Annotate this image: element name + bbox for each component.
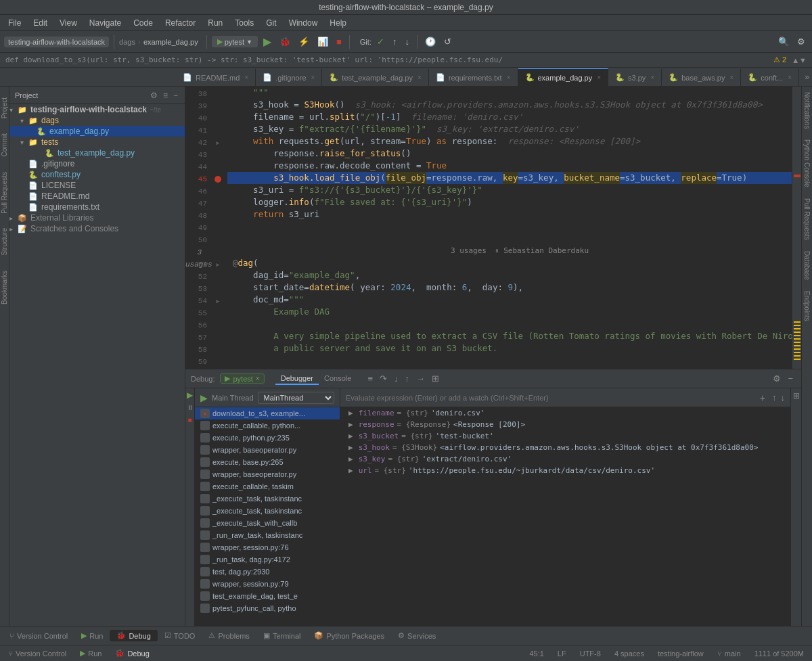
frame-8[interactable]: _execute_task, taskinstanc bbox=[195, 505, 340, 517]
var-s3-key-expand[interactable]: ▶ bbox=[348, 455, 353, 463]
tree-gitignore[interactable]: 📄 .gitignore bbox=[9, 158, 185, 169]
menu-window[interactable]: Window bbox=[284, 17, 323, 29]
tree-conftest[interactable]: 🐍 conftest.py bbox=[9, 169, 185, 180]
tab-base-aws-close[interactable]: × bbox=[729, 74, 734, 81]
stop-btn[interactable]: ■ bbox=[334, 35, 344, 49]
status-indent[interactable]: 4 spaces bbox=[612, 649, 647, 658]
expr-input[interactable] bbox=[346, 394, 756, 402]
search-btn[interactable]: 🔍 bbox=[775, 35, 792, 49]
dags-breadcrumb[interactable]: dags bbox=[119, 38, 135, 46]
tab-console[interactable]: Console bbox=[319, 373, 357, 385]
debug-resume-btn[interactable]: ≡ bbox=[365, 372, 376, 385]
debug-run-cursor-btn[interactable]: → bbox=[413, 372, 428, 385]
var-s3-hook[interactable]: ▶ s3_hook = {S3Hook} <airflow.providers.… bbox=[340, 442, 790, 453]
menu-tools[interactable]: Tools bbox=[229, 17, 259, 29]
panel-collapse-icon[interactable]: − bbox=[172, 90, 179, 101]
thread-select[interactable]: MainThread bbox=[258, 392, 334, 404]
debug-run-btn[interactable]: 🐞 bbox=[277, 35, 293, 49]
python-console-label[interactable]: Python Console bbox=[802, 134, 812, 193]
tab-requirements[interactable]: 📄 requirements.txt × bbox=[429, 68, 518, 86]
structure-icon[interactable]: Structure bbox=[0, 223, 9, 261]
project-panel-icon[interactable]: Project bbox=[0, 92, 9, 124]
commit-panel-icon[interactable]: Commit bbox=[0, 128, 9, 162]
var-s3-key[interactable]: ▶ s3_key = {str} 'extract/deniro.csv' bbox=[340, 453, 790, 465]
var-s3-hook-expand[interactable]: ▶ bbox=[348, 443, 353, 452]
status-branch[interactable]: ⑂ main bbox=[715, 649, 744, 658]
tab-readme[interactable]: 📄 README.md × bbox=[176, 68, 256, 86]
debug-stop-icon[interactable]: ■ bbox=[186, 415, 194, 424]
layout-icon[interactable]: ⊞ bbox=[790, 388, 802, 403]
menu-help[interactable]: Help bbox=[324, 17, 352, 29]
tab-example-close[interactable]: × bbox=[597, 74, 601, 81]
frame-2[interactable]: execute, python.py:235 bbox=[195, 432, 340, 444]
bottom-tab-packages[interactable]: 📦 Python Packages bbox=[307, 630, 391, 641]
bottom-tab-vcs[interactable]: ⑂ Version Control bbox=[3, 631, 74, 641]
frame-14[interactable]: wrapper, session.py:79 bbox=[195, 578, 340, 590]
run-config-btn[interactable]: ▶ pytest ▼ bbox=[212, 36, 258, 47]
menu-edit[interactable]: Edit bbox=[28, 17, 53, 29]
frame-15[interactable]: test_example_dag, test_e bbox=[195, 590, 340, 602]
debug-minimize-btn[interactable]: − bbox=[785, 372, 796, 385]
var-url-expand[interactable]: ▶ bbox=[348, 466, 353, 475]
pull-requests-icon[interactable]: Pull Requests bbox=[0, 166, 9, 219]
expr-arrow-down[interactable]: ↓ bbox=[781, 392, 786, 403]
var-filename-expand[interactable]: ▶ bbox=[348, 409, 353, 417]
debug-close-icon[interactable]: × bbox=[256, 375, 260, 382]
usages-count[interactable]: 3 usages bbox=[451, 245, 487, 257]
frame-0[interactable]: ● download_to_s3, example... bbox=[195, 407, 340, 419]
var-response[interactable]: ▶ response = {Response} <Response [200]> bbox=[340, 419, 790, 430]
fold-marker-42[interactable]: ▶ bbox=[216, 139, 219, 147]
debug-frames-btn[interactable]: ⊞ bbox=[429, 372, 442, 385]
tab-base-aws[interactable]: 🐍 base_aws.py × bbox=[662, 68, 741, 86]
menu-file[interactable]: File bbox=[3, 17, 26, 29]
frame-11[interactable]: wrapper, session.py:76 bbox=[195, 541, 340, 553]
frame-4[interactable]: execute, base.py:265 bbox=[195, 456, 340, 468]
notifications-label[interactable]: Notifications bbox=[802, 87, 812, 134]
tree-root[interactable]: ▾ 📁 testing-airflow-with-localstack ~/te bbox=[9, 104, 185, 115]
status-utf8[interactable]: UTF-8 bbox=[577, 649, 604, 658]
tab-more[interactable]: » bbox=[799, 72, 812, 82]
menu-refactor[interactable]: Refactor bbox=[160, 17, 201, 29]
status-run[interactable]: ▶ Run bbox=[77, 649, 104, 658]
pull-requests-label[interactable]: Pull Requests bbox=[802, 193, 812, 246]
tab-debugger[interactable]: Debugger bbox=[275, 373, 319, 385]
debug-settings-btn[interactable]: ⚙ bbox=[770, 372, 784, 385]
frame-12[interactable]: _run_task, dag.py:4172 bbox=[195, 553, 340, 566]
expr-arrow-up[interactable]: ↑ bbox=[772, 392, 777, 403]
status-cursor[interactable]: 45:1 bbox=[526, 649, 546, 658]
run-btn[interactable]: ▶ bbox=[261, 33, 274, 50]
frame-13[interactable]: test, dag.py:2930 bbox=[195, 566, 340, 578]
debug-run-badge[interactable]: ▶ pytest × bbox=[220, 373, 264, 384]
file-breadcrumb[interactable]: example_dag.py bbox=[143, 38, 198, 46]
frame-3[interactable]: wrapper, baseoperator.py bbox=[195, 444, 340, 456]
fold-marker-54[interactable]: ▶ bbox=[216, 298, 219, 305]
refresh-btn[interactable]: ↺ bbox=[441, 35, 454, 49]
tree-scratches[interactable]: ▸ 📝 Scratches and Consoles bbox=[9, 223, 185, 234]
database-label[interactable]: Database bbox=[802, 246, 812, 286]
menu-git[interactable]: Git bbox=[261, 17, 281, 29]
profile-btn[interactable]: 📊 bbox=[315, 35, 331, 49]
panel-gear-icon[interactable]: ⚙ bbox=[149, 90, 159, 101]
tab-readme-close[interactable]: × bbox=[244, 74, 248, 81]
coverage-btn[interactable]: ⚡ bbox=[296, 35, 312, 49]
bottom-tab-debug[interactable]: 🐞 Debug bbox=[110, 630, 157, 641]
tree-readme[interactable]: 📄 README.md bbox=[9, 191, 185, 202]
fold-marker-51[interactable]: ▶ bbox=[216, 261, 219, 269]
debug-step-into-btn[interactable]: ↓ bbox=[391, 372, 401, 385]
bottom-tab-terminal[interactable]: ▣ Terminal bbox=[256, 630, 308, 641]
var-s3-bucket-expand[interactable]: ▶ bbox=[348, 432, 353, 440]
tab-s3-close[interactable]: × bbox=[650, 74, 654, 81]
tab-conf-close[interactable]: × bbox=[788, 74, 792, 81]
git-push-btn[interactable]: ↑ bbox=[390, 35, 400, 49]
tree-example-dag[interactable]: 🐍 example_dag.py bbox=[9, 126, 185, 137]
tab-test-close[interactable]: × bbox=[418, 74, 422, 81]
bottom-tab-todo[interactable]: ☑ TODO bbox=[158, 630, 202, 641]
panel-settings-icon[interactable]: ≡ bbox=[162, 90, 169, 101]
project-name[interactable]: testing-airflow-with-localstack bbox=[4, 37, 109, 47]
hint-close-btn[interactable]: ▲▼ bbox=[792, 56, 807, 64]
expr-add-watch-btn[interactable]: + bbox=[760, 392, 765, 403]
status-lines[interactable]: 1111 of 5200M bbox=[752, 649, 807, 658]
tab-gitignore-close[interactable]: × bbox=[311, 74, 315, 81]
frame-6[interactable]: execute_callable, taskim bbox=[195, 480, 340, 493]
bookmarks-icon[interactable]: Bookmarks bbox=[0, 265, 9, 310]
